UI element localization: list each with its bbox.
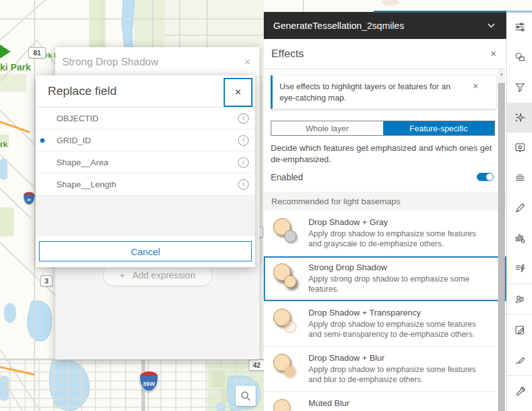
- field-row-grid-id[interactable]: GRID_ID i: [36, 129, 255, 151]
- scrollbar-thumb[interactable]: [498, 83, 505, 411]
- dialog-title: Replace field: [48, 84, 117, 98]
- panel-top-accent: [374, 11, 506, 13]
- field-row-objectid[interactable]: OBJECTID i: [36, 107, 255, 129]
- info-icon[interactable]: i: [238, 113, 249, 124]
- toolbar-styles-button[interactable]: [507, 42, 532, 72]
- dialog-header: Replace field ×: [36, 75, 255, 107]
- sketch-pencil-icon: [514, 354, 526, 366]
- group-icon: [514, 293, 526, 305]
- plus-icon: +: [119, 270, 124, 280]
- effect-preview-icon: [273, 263, 300, 292]
- replace-field-dialog: Replace field × OBJECTID i GRID_ID i Sha…: [36, 75, 255, 267]
- info-icon[interactable]: i: [238, 135, 249, 146]
- effect-preview-icon: [273, 217, 300, 246]
- toolbar-edit-button[interactable]: [507, 315, 532, 345]
- toolbar-labels-button[interactable]: [507, 163, 532, 193]
- chart-gear-icon: [514, 232, 526, 244]
- sliders-icon: [514, 21, 526, 33]
- filter-funnel-icon: [514, 81, 526, 94]
- notice-text: Use effects to highlight layers or featu…: [280, 81, 468, 103]
- pencil-icon: [514, 202, 526, 214]
- effect-option-drop-shadow-transparency[interactable]: Drop Shadow + Transparency Apply drop sh…: [264, 302, 506, 347]
- field-row-shape-length[interactable]: Shape__Length i: [36, 173, 255, 195]
- settings-toolbar: [506, 12, 532, 411]
- tab-whole-layer[interactable]: Whole layer: [271, 121, 383, 135]
- dialog-header: Strong Drop Shadow ×: [55, 47, 259, 77]
- close-icon[interactable]: ×: [473, 81, 478, 103]
- toolbar-filter-button[interactable]: [507, 72, 532, 102]
- panel-scrollbar[interactable]: ▲: [498, 69, 505, 411]
- toolbar-charts-button[interactable]: [507, 223, 532, 253]
- map-search-button[interactable]: [236, 386, 256, 406]
- effect-description: Apply drop shadow to emphasize some feat…: [308, 319, 483, 340]
- add-expression-label: Add expression: [133, 270, 195, 280]
- effect-description: Apply drop shadow to emphasize some feat…: [308, 364, 483, 385]
- route-3-badge: 3: [40, 275, 53, 287]
- selected-dot: [40, 138, 45, 143]
- route-81-badge: 81: [28, 47, 46, 58]
- enabled-toggle[interactable]: [477, 173, 494, 181]
- effect-description: Apply strong drop shadow to emphasize so…: [308, 274, 483, 295]
- toolbar-forms-button[interactable]: [507, 193, 532, 223]
- search-icon: [240, 390, 251, 402]
- layer-title: GenerateTessellation_2sqmiles: [273, 20, 404, 31]
- scroll-up-arrow[interactable]: ▲: [498, 72, 505, 76]
- interstate-35w-shield: 35W: [139, 371, 158, 392]
- effect-option-drop-shadow-blur[interactable]: Drop Shadow + Blur Apply drop shadow to …: [264, 347, 506, 392]
- park-short-label: rk: [0, 140, 8, 149]
- info-notice: Use effects to highlight layers or featu…: [271, 75, 496, 109]
- panel-body: Use effects to highlight layers or featu…: [264, 69, 506, 411]
- tab-feature-specific[interactable]: Feature-specific: [383, 121, 495, 135]
- dialog-filler: [36, 195, 255, 236]
- layer-selector[interactable]: GenerateTessellation_2sqmiles: [264, 12, 506, 39]
- popup-gear-icon: [514, 141, 526, 154]
- effect-option-strong-drop-shadow[interactable]: Strong Drop Shadow Apply strong drop sha…: [264, 256, 506, 302]
- info-icon[interactable]: i: [238, 179, 249, 190]
- field-row-shape-area[interactable]: Shape__Area i: [36, 151, 255, 173]
- edit-square-icon: [514, 324, 526, 336]
- toggle-knob: [486, 173, 493, 180]
- toolbar-popups-button[interactable]: [507, 133, 532, 163]
- wrench-icon: [514, 385, 526, 397]
- effect-preview-icon: [273, 398, 300, 411]
- effect-title: Drop Shadow + Gray: [308, 217, 483, 227]
- shapes-icon: [514, 51, 526, 63]
- effect-option-muted-blur[interactable]: Muted Blur Apply blur to de-emphasize so…: [264, 392, 506, 411]
- effect-preview-icon: [273, 308, 300, 337]
- cancel-button[interactable]: Cancel: [39, 241, 252, 261]
- close-icon[interactable]: ×: [244, 56, 251, 68]
- panel-header: Effects ×: [264, 39, 506, 69]
- label-lines-icon: [514, 172, 526, 184]
- toolbar-effects-button[interactable]: [507, 102, 532, 133]
- panel-title: Effects: [271, 48, 304, 60]
- effect-preview-icon: [273, 353, 300, 382]
- list-lightning-icon: [514, 262, 526, 275]
- close-button[interactable]: ×: [224, 78, 252, 107]
- layer-feature-tabs: Whole layer Feature-specific: [271, 121, 495, 136]
- effect-title: Strong Drop Shadow: [308, 263, 483, 272]
- route-42-badge: 42: [249, 359, 264, 371]
- toolbar-top-accent: [506, 11, 532, 13]
- effect-option-drop-shadow-gray[interactable]: Drop Shadow + Gray Apply drop shadow to …: [264, 211, 506, 256]
- close-icon[interactable]: ×: [491, 48, 496, 60]
- park-name-label: ki Park: [0, 62, 31, 72]
- dialog-title: Strong Drop Shadow: [62, 56, 158, 68]
- close-icon: ×: [235, 86, 241, 99]
- effect-title: Drop Shadow + Transparency: [308, 308, 483, 317]
- dialog-footer: Cancel: [36, 236, 255, 267]
- info-icon[interactable]: i: [238, 157, 249, 168]
- toolbar-sketch-button[interactable]: [507, 345, 532, 375]
- toolbar-properties-button[interactable]: [507, 12, 532, 42]
- effects-panel: GenerateTessellation_2sqmiles Effects × …: [264, 12, 506, 411]
- toolbar-process-button[interactable]: [507, 253, 532, 283]
- chevron-down-icon: [487, 23, 495, 28]
- effect-title: Drop Shadow + Blur: [308, 353, 483, 363]
- park-entrance-marker: [0, 45, 11, 58]
- effect-description: Apply drop shadow to emphasize some feat…: [308, 229, 483, 249]
- section-header: Recommended for light basemaps: [264, 192, 506, 211]
- sparkle-effects-icon: [514, 111, 526, 124]
- add-expression-button[interactable]: + Add expression: [102, 264, 212, 286]
- toolbar-tools-button[interactable]: [507, 376, 532, 406]
- enabled-row: Enabled: [271, 172, 494, 182]
- toolbar-sharing-button[interactable]: [507, 284, 532, 314]
